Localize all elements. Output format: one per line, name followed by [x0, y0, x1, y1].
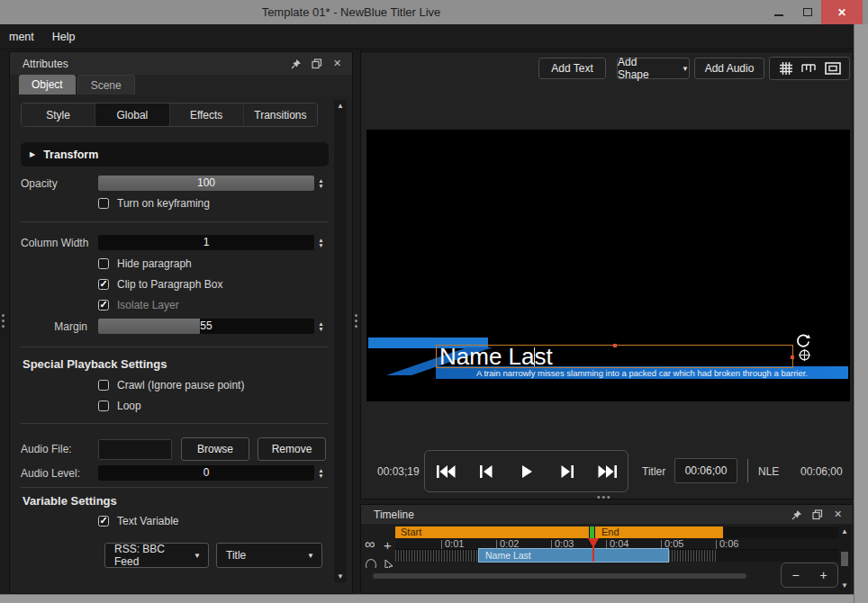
zoom-out-button[interactable]: − [782, 563, 809, 587]
maximize-button[interactable] [794, 0, 821, 24]
scroll-down-icon[interactable]: ▼ [841, 581, 848, 590]
stepper-down-icon[interactable]: ▼ [318, 473, 323, 478]
zoom-in-button[interactable]: + [809, 563, 837, 587]
clip-to-paragraph-box-checkbox[interactable] [98, 279, 109, 290]
pin-icon[interactable] [290, 58, 302, 69]
scroll-up-icon[interactable]: ▲ [841, 527, 848, 536]
keyframing-checkbox[interactable] [98, 198, 109, 209]
timeline-clip[interactable]: Name Last [478, 548, 669, 562]
scrollbar-thumb[interactable] [841, 552, 848, 566]
ruler-icon[interactable] [801, 63, 816, 74]
safe-area-icon[interactable] [825, 62, 841, 75]
text-variable-label: Text Variable [117, 515, 178, 527]
transform-section-header[interactable]: ▶ Transform [21, 142, 329, 166]
range-end-label: End [601, 526, 619, 538]
nle-duration-value: 00:06;00 [800, 465, 843, 478]
browse-button[interactable]: Browse [181, 437, 249, 461]
clip-to-paragraph-box-label: Clip to Paragraph Box [117, 278, 222, 291]
audio-level-stepper[interactable]: ▲ ▼ [314, 465, 328, 481]
grid-icon[interactable] [779, 61, 793, 76]
attributes-scrollbar[interactable]: ▲ ▼ [334, 100, 347, 582]
timeline-active-range[interactable]: Start End [395, 526, 723, 538]
rotate-handle-icon[interactable] [794, 332, 812, 350]
margin-slider[interactable]: 55 [98, 319, 314, 334]
go-to-end-button[interactable] [587, 451, 628, 491]
add-layer-icon[interactable]: + [384, 538, 392, 552]
stepper-down-icon[interactable]: ▼ [318, 184, 323, 188]
chevron-down-icon: ▼ [682, 65, 689, 73]
scroll-down-icon[interactable]: ▼ [337, 572, 344, 580]
timeline-vertical-scrollbar[interactable]: ▲ ▼ [838, 526, 851, 591]
next-frame-button[interactable] [547, 451, 587, 491]
add-audio-label: Add Audio [705, 62, 755, 75]
selection-handle-right[interactable] [791, 356, 794, 359]
scroll-up-icon[interactable]: ▲ [337, 102, 344, 110]
previous-frame-button[interactable] [466, 451, 506, 491]
nle-label: NLE [758, 465, 779, 478]
hide-paragraph-checkbox[interactable] [98, 258, 109, 269]
window-bottom-border [0, 594, 854, 603]
remove-button[interactable]: Remove [258, 437, 326, 461]
titler-duration-field[interactable]: 00:06;00 [674, 458, 737, 483]
transform-label: Transform [43, 148, 98, 161]
audio-file-label: Audio File: [21, 443, 98, 455]
add-shape-button[interactable]: Add Shape ▼ [617, 58, 690, 79]
add-text-button[interactable]: Add Text [538, 58, 606, 79]
opacity-slider[interactable]: 100 [98, 176, 314, 191]
keyframing-label: Turn on keyframing [117, 197, 210, 210]
pin-icon[interactable] [791, 508, 802, 520]
close-icon: ✕ [837, 6, 846, 19]
anchor-point-icon[interactable] [798, 348, 811, 362]
crawl-checkbox[interactable] [98, 380, 109, 391]
minimize-button[interactable] [765, 0, 792, 24]
infinite-loop-icon[interactable]: ∞ [365, 537, 375, 552]
opacity-stepper[interactable]: ▲ ▼ [314, 176, 328, 191]
tab-global[interactable]: Global [95, 104, 168, 126]
selection-box[interactable] [436, 345, 793, 368]
float-panel-icon[interactable] [311, 58, 322, 69]
timeline-track[interactable]: Name Last [395, 550, 838, 562]
close-panel-icon[interactable]: ✕ [832, 508, 844, 520]
preview-canvas[interactable]: A train narrowly misses slamming into a … [366, 130, 850, 401]
float-panel-icon[interactable] [811, 508, 823, 520]
rss-source-select[interactable]: RSS: BBC Feed ▼ [104, 543, 209, 568]
chevron-down-icon: ▼ [307, 552, 314, 560]
tab-effects[interactable]: Effects [169, 104, 243, 126]
close-panel-icon[interactable]: ✕ [331, 58, 343, 69]
loop-checkbox[interactable] [98, 400, 109, 411]
view-options-group [769, 57, 850, 80]
isolate-layer-checkbox[interactable] [98, 300, 109, 310]
audio-level-input[interactable]: 0 [98, 465, 314, 481]
text-variable-checkbox[interactable] [98, 516, 109, 526]
pause-point-marker[interactable] [589, 526, 595, 538]
titlebar[interactable]: Template 01* - NewBlue Titler Live ✕ [0, 0, 868, 24]
stepper-down-icon[interactable]: ▼ [318, 327, 323, 331]
track-hatch-left [395, 550, 478, 562]
panel-resize-handle[interactable]: ••• [597, 492, 612, 502]
add-audio-button[interactable]: Add Audio [694, 58, 764, 79]
close-button[interactable]: ✕ [821, 0, 863, 24]
column-width-input[interactable]: 1 [98, 235, 314, 250]
audio-file-input[interactable] [98, 439, 172, 460]
tab-scene[interactable]: Scene [77, 75, 135, 94]
add-text-label: Add Text [551, 62, 592, 75]
loop-label: Loop [117, 400, 141, 412]
margin-stepper[interactable]: ▲ ▼ [314, 319, 328, 334]
tab-transitions[interactable]: Transitions [243, 104, 317, 126]
selection-handle-top[interactable] [613, 344, 617, 347]
menu-item-help[interactable]: Help [43, 31, 85, 43]
play-button[interactable] [506, 451, 547, 491]
menu-item-document[interactable]: ment [0, 31, 43, 43]
left-splitter-handle[interactable] [2, 311, 7, 330]
stepper-down-icon[interactable]: ▼ [318, 243, 323, 248]
margin-label: Margin [21, 320, 98, 333]
column-width-stepper[interactable]: ▲ ▼ [314, 235, 328, 250]
playhead-marker[interactable] [588, 538, 599, 548]
tab-style[interactable]: Style [22, 104, 95, 126]
field-select[interactable]: Title ▼ [216, 543, 322, 568]
timeline-horizontal-scrollbar[interactable] [373, 573, 746, 579]
clock-icon[interactable] [366, 559, 376, 568]
tab-object[interactable]: Object [19, 75, 76, 94]
cursor-icon[interactable] [384, 560, 394, 568]
go-to-start-button[interactable] [425, 451, 466, 491]
